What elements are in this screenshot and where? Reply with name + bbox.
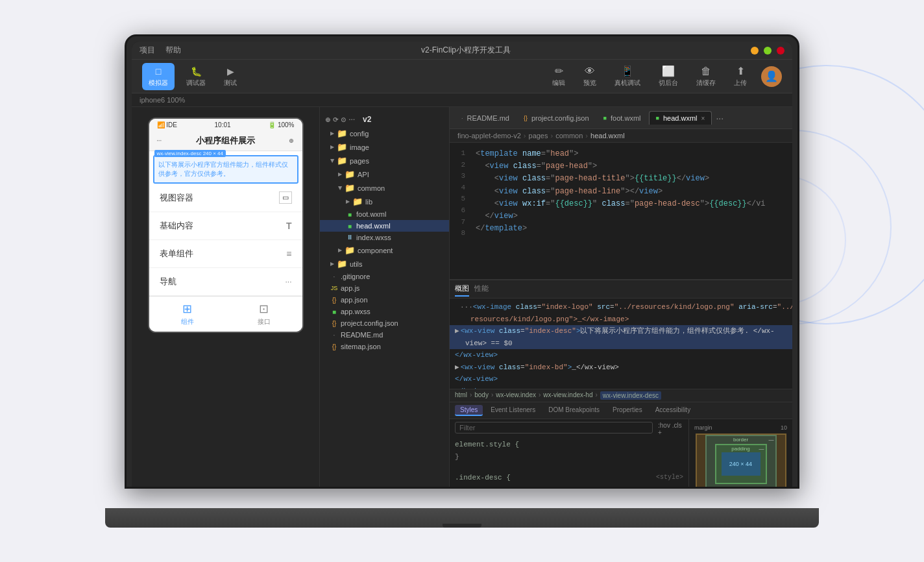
tree-folder-image[interactable]: ▶ 📁 image — [320, 140, 449, 154]
breadcrumb-sep-1: › — [524, 132, 526, 140]
style-tab-styles[interactable]: Styles — [455, 405, 483, 416]
style-tab-events[interactable]: Event Listeners — [485, 405, 541, 416]
tab-projectconfig[interactable]: {} project.config.json — [517, 112, 596, 125]
tree-file-sitemap[interactable]: {} sitemap.json — [320, 341, 449, 352]
menu-project[interactable]: 项目 — [140, 45, 155, 56]
tree-file-appwxss[interactable]: ■ app.wxss — [320, 306, 449, 317]
chevron-component: ▶ — [338, 247, 342, 253]
tree-file-projectconfig[interactable]: {} project.config.json — [320, 317, 449, 329]
style-brace-close-1: } — [455, 453, 459, 461]
line-numbers: 1 2 3 4 5 6 7 8 — [450, 148, 470, 274]
tree-folder-config[interactable]: ▶ 📁 config — [320, 127, 449, 140]
hl1-indent: ··· — [455, 302, 473, 313]
hl3-marker: ▶ — [455, 326, 459, 337]
action-clear[interactable]: 🗑 清缓存 — [692, 63, 720, 90]
tree-folder-common-label: common — [358, 184, 385, 192]
file-gitignore-icon: · — [330, 273, 338, 280]
html-line-6: ▶ <wx-view class="index-bd"> _</wx-view> — [450, 361, 792, 374]
tree-folder-component[interactable]: ▶ 📁 component — [320, 243, 449, 257]
code-area[interactable]: 1 2 3 4 5 6 7 8 <templ — [450, 143, 792, 279]
tab-headwxml-close[interactable]: × — [701, 115, 705, 122]
tree-file-gitignore[interactable]: · .gitignore — [320, 271, 449, 282]
tab-footwxml-label: foot.wxml — [611, 114, 640, 122]
action-preview[interactable]: 👁 预览 — [579, 63, 600, 90]
action-edit[interactable]: ✏ 编辑 — [548, 62, 569, 90]
folder-pages-icon: 📁 — [337, 156, 347, 165]
border-label: border — [733, 437, 748, 443]
hl7-tag: </wx-view> — [455, 374, 498, 385]
tab-footwxml-icon: ■ — [603, 115, 607, 121]
file-sitemap-icon: {} — [330, 343, 338, 350]
tree-folder-lib[interactable]: ▶ 📁 lib — [320, 195, 449, 208]
tree-file-gitignore-label: .gitignore — [341, 273, 370, 280]
style-tab-dom[interactable]: DOM Breakpoints — [543, 405, 605, 416]
win-close[interactable] — [777, 47, 784, 55]
tree-file-projectconfig-label: project.config.json — [341, 319, 398, 327]
tree-file-appjson[interactable]: {} app.json — [320, 294, 449, 306]
tab-projectconfig-icon: {} — [524, 115, 528, 121]
style-tab-props[interactable]: Properties — [607, 405, 648, 416]
toolbar-debug-btn[interactable]: 🐛 调试器 — [180, 63, 212, 90]
menu-item-0[interactable]: 视图容器 ▭ — [149, 184, 302, 212]
ln-7: 7 — [450, 217, 465, 228]
ln-2: 2 — [450, 160, 465, 171]
tab-readme[interactable]: · README.md — [455, 112, 516, 125]
styles-filter-input[interactable] — [455, 422, 653, 434]
elem-path-wxview-index[interactable]: wx-view.index — [496, 391, 536, 400]
ln-5: 5 — [450, 193, 465, 205]
folder-common-icon: 📁 — [345, 183, 355, 193]
elem-path-wxview-desc[interactable]: wx-view.index-desc — [600, 391, 661, 400]
code-content[interactable]: <template name="head"> <view class="page… — [470, 148, 792, 274]
ln-4: 4 — [450, 182, 465, 194]
code-line-7: </template> — [476, 223, 792, 235]
action-device[interactable]: 📱 真机调试 — [611, 62, 644, 90]
tree-folder-pages[interactable]: ▶ 📁 pages — [320, 154, 449, 167]
inner-tab-perf[interactable]: 性能 — [474, 282, 489, 297]
tree-folder-common[interactable]: ▶ 📁 common — [320, 181, 449, 195]
style-selector-element: element.style { — [455, 441, 519, 448]
menu-item-2[interactable]: 表单组件 ≡ — [149, 240, 302, 268]
tab-footwxml[interactable]: ■ foot.wxml — [597, 112, 648, 125]
win-maximize[interactable] — [764, 47, 772, 55]
user-avatar[interactable]: 👤 — [761, 66, 782, 87]
menu-help[interactable]: 帮助 — [165, 45, 181, 56]
chevron-image: ▶ — [330, 144, 334, 150]
menu-item-3[interactable]: 导航 ··· — [149, 268, 302, 296]
nav-api-label: 接口 — [258, 317, 271, 326]
inner-tab-overview[interactable]: 概图 — [455, 282, 469, 297]
action-upload[interactable]: ⬆ 上传 — [730, 62, 751, 90]
hl3-tag: <wx-view — [461, 326, 495, 337]
tab-headwxml[interactable]: ■ head.wxml × — [649, 111, 712, 125]
style-tab-accessibility[interactable]: Accessibility — [650, 405, 696, 416]
preview-icon: 👁 — [585, 66, 595, 77]
style-rule-index-desc: .index-desc { <style> margin-top: 10px; … — [455, 472, 683, 487]
tab-more-btn[interactable]: ··· — [713, 110, 726, 126]
tree-folder-api[interactable]: ▶ 📁 API — [320, 167, 449, 181]
tree-root[interactable]: ⊕⟳⊙⋯ v2 — [320, 112, 449, 127]
html-line-3[interactable]: ▶ <wx-view class="index-desc"> 以下将展示小程序官… — [450, 325, 792, 337]
code-editor[interactable]: 1 2 3 4 5 6 7 8 <templ — [450, 143, 792, 279]
toolbar-simulate-btn[interactable]: □ 模拟器 — [142, 63, 175, 90]
tree-file-head-label: head.wxml — [356, 222, 391, 230]
win-minimize[interactable] — [751, 47, 759, 55]
style-source-1[interactable]: <style> — [656, 472, 683, 483]
action-cut[interactable]: ⬜ 切后台 — [655, 62, 682, 90]
tree-file-foot-wxml[interactable]: ■ foot.wxml — [320, 208, 449, 220]
test-label: 测试 — [224, 79, 237, 88]
nav-components[interactable]: ⊞ 组件 — [181, 302, 194, 326]
elem-path-body[interactable]: body — [474, 391, 489, 400]
phone-bottom-nav: ⊞ 组件 ⊡ 接口 — [149, 296, 302, 332]
nav-api[interactable]: ⊡ 接口 — [258, 302, 271, 326]
folder-config-icon: 📁 — [337, 128, 347, 138]
tree-folder-utils[interactable]: ▶ 📁 utils — [320, 257, 449, 271]
elem-path-wxview-hd[interactable]: wx-view.index-hd — [543, 391, 592, 400]
tree-file-readme[interactable]: · README.md — [320, 329, 449, 341]
menu-item-1[interactable]: 基础内容 T — [149, 212, 302, 240]
folder-image-icon: 📁 — [337, 142, 347, 152]
tree-file-index-wxss[interactable]: Ⅲ index.wxss — [320, 232, 449, 243]
tree-file-appjs[interactable]: JS app.js — [320, 282, 449, 294]
toolbar-test-btn[interactable]: ▶ 测试 — [217, 63, 243, 90]
hl1-attr1: class — [511, 302, 537, 313]
elem-path-html[interactable]: html — [455, 391, 467, 400]
tree-file-head-wxml[interactable]: ■ head.wxml — [320, 220, 449, 232]
